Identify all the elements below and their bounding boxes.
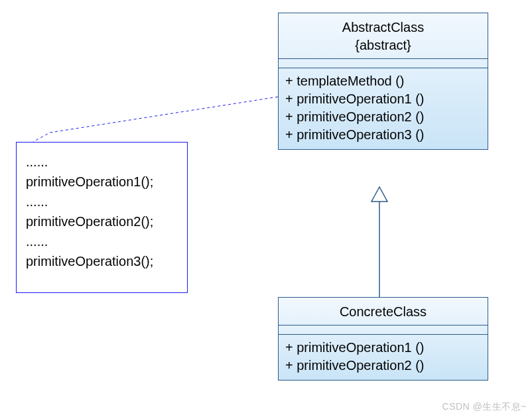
watermark: CSDN @生生不息~	[442, 401, 527, 413]
concrete-class-method: + primitiveOperation1 ()	[285, 339, 481, 357]
abstract-class-method: + primitiveOperation2 ()	[285, 108, 481, 126]
abstract-class-title: AbstractClass {abstract}	[279, 13, 488, 58]
abstract-class-attrs	[279, 58, 488, 68]
note-line: ......	[26, 231, 178, 251]
abstract-class-methods: + templateMethod () + primitiveOperation…	[279, 68, 488, 149]
note-line: ......	[26, 192, 178, 211]
abstract-class-method: + primitiveOperation3 ()	[285, 126, 481, 144]
note-line: primitiveOperation1();	[26, 172, 178, 192]
abstract-class-name: AbstractClass	[342, 20, 424, 34]
concrete-class-methods: + primitiveOperation1 () + primitiveOper…	[279, 334, 488, 380]
concrete-class-method: + primitiveOperation2 ()	[285, 357, 481, 375]
abstract-class-box: AbstractClass {abstract} + templateMetho…	[278, 13, 488, 150]
note-line: primitiveOperation3();	[26, 251, 178, 271]
abstract-class-method: + templateMethod ()	[285, 72, 481, 90]
concrete-class-title: ConcreteClass	[279, 298, 488, 325]
abstract-class-stereotype: {abstract}	[285, 36, 481, 54]
note-line: ......	[26, 152, 178, 172]
svg-marker-1	[371, 187, 387, 202]
concrete-class-attrs	[279, 325, 488, 334]
abstract-class-method: + primitiveOperation1 ()	[285, 90, 481, 108]
note-box: ...... primitiveOperation1(); ...... pri…	[16, 142, 188, 293]
note-anchor-line	[33, 97, 278, 142]
concrete-class-box: ConcreteClass + primitiveOperation1 () +…	[278, 297, 488, 381]
generalization-arrow	[371, 187, 387, 297]
note-line: primitiveOperation2();	[26, 211, 178, 231]
concrete-class-name: ConcreteClass	[340, 304, 427, 319]
